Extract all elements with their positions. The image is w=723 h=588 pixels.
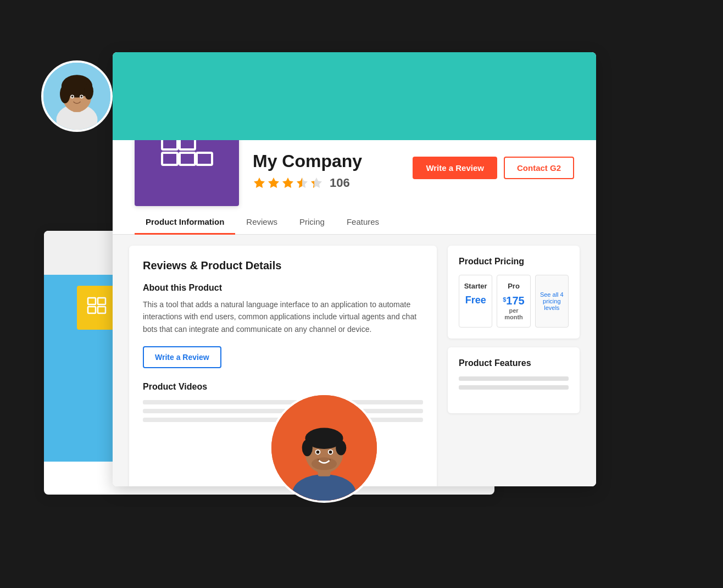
feat-line-2: [459, 385, 569, 390]
sidebar: Product Pricing Starter Free: [448, 246, 580, 486]
svg-point-31: [336, 441, 346, 456]
features-card: Product Features: [448, 347, 580, 413]
svg-rect-0: [88, 298, 96, 304]
tier-starter-name: Starter: [464, 282, 487, 290]
tab-features[interactable]: Features: [336, 210, 390, 235]
svg-point-19: [60, 85, 70, 103]
line-1: [143, 400, 423, 404]
woman-bg: [43, 63, 110, 130]
svg-marker-9: [254, 177, 265, 188]
card-header: [113, 52, 596, 140]
svg-point-23: [71, 96, 74, 98]
svg-rect-3: [98, 307, 105, 313]
svg-point-36: [329, 451, 332, 454]
tier-see-all[interactable]: See all 4 pricing levels: [535, 275, 569, 328]
write-review-outline-button[interactable]: Write a Review: [143, 346, 221, 368]
tier-starter: Starter Free: [459, 275, 492, 328]
rating-row: 106: [253, 176, 413, 190]
tier-starter-price: Free: [464, 295, 487, 306]
avatar-woman: [41, 60, 113, 132]
tab-pricing[interactable]: Pricing: [288, 210, 336, 235]
section-title: Reviews & Product Details: [143, 259, 423, 272]
svg-rect-7: [180, 153, 195, 165]
svg-point-30: [302, 440, 313, 457]
svg-rect-2: [98, 298, 105, 304]
svg-point-20: [84, 83, 93, 99]
pricing-card-title: Product Pricing: [459, 257, 569, 267]
product-description: This a tool that adds a natural language…: [143, 298, 423, 335]
tab-product-information[interactable]: Product Information: [135, 210, 235, 235]
contact-g2-button[interactable]: Contact G2: [504, 157, 574, 179]
svg-marker-11: [282, 177, 293, 188]
svg-point-35: [316, 451, 320, 454]
features-lines: [459, 368, 569, 402]
tier-pro: Pro $175 per month: [497, 275, 530, 328]
price-period: per month: [502, 307, 525, 320]
svg-marker-10: [268, 177, 279, 188]
pricing-tiers: Starter Free Pro $175 per month: [459, 275, 569, 328]
company-name: My Company: [253, 151, 413, 171]
stars: [253, 176, 323, 190]
action-buttons: Write a Review Contact G2: [413, 146, 574, 179]
tier-starter-price-label: Free: [465, 295, 486, 306]
svg-rect-1: [88, 307, 96, 313]
avatar-man: [269, 393, 379, 503]
write-review-button[interactable]: Write a Review: [413, 157, 497, 179]
man-figure: [271, 395, 377, 501]
tier-pro-price: $175 per month: [502, 295, 525, 320]
see-all-label: See all 4 pricing levels: [540, 291, 564, 311]
nav-tabs: Product Information Reviews Pricing Feat…: [113, 210, 596, 235]
svg-marker-12: [297, 177, 308, 188]
about-title: About this Product: [143, 283, 423, 293]
product-videos-title: Product Videos: [143, 382, 423, 392]
svg-marker-13: [311, 177, 322, 188]
review-count: 106: [330, 176, 350, 190]
svg-rect-5: [162, 153, 177, 165]
price-amount: 175: [506, 295, 524, 307]
features-title: Product Features: [459, 358, 569, 368]
company-info: My Company: [253, 146, 413, 190]
scene: My Company: [0, 0, 723, 588]
tier-pro-name: Pro: [502, 282, 525, 290]
svg-point-24: [81, 96, 83, 98]
svg-rect-8: [197, 153, 212, 165]
pricing-card: Product Pricing Starter Free: [448, 246, 580, 339]
company-section: My Company: [113, 140, 596, 206]
tab-reviews[interactable]: Reviews: [235, 210, 288, 235]
feat-line-1: [459, 376, 569, 381]
